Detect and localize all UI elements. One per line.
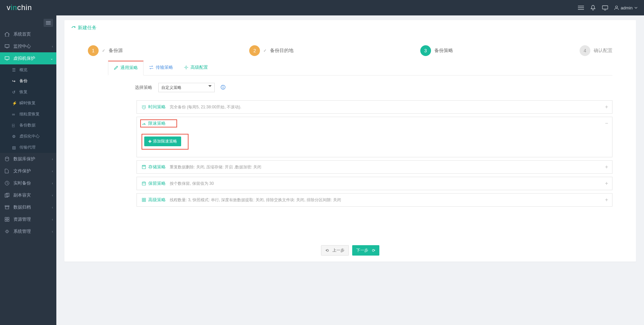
restore-icon: ↺ xyxy=(12,90,17,95)
user-menu[interactable]: admin xyxy=(614,5,637,10)
submenu-data[interactable]: ⌸备份数据 xyxy=(0,120,56,131)
menu-resource[interactable]: 资源管理‹ xyxy=(0,213,56,225)
menu-monitor[interactable]: 监控中心‹ xyxy=(0,40,56,52)
submenu-granular[interactable]: ∞细粒度恢复 xyxy=(0,109,56,120)
submenu-label: 瞬时恢复 xyxy=(19,100,36,106)
chevron-left-icon: ‹ xyxy=(52,194,53,197)
svg-rect-19 xyxy=(5,217,7,219)
step-1[interactable]: 1✓备份源 xyxy=(88,45,123,56)
tab-advanced[interactable]: 高级配置 xyxy=(178,61,213,75)
collapse-icon: − xyxy=(605,120,608,126)
acc-storage: 存储策略 重复数据删除: 关闭, 压缩存储: 开启 ,数据加密: 关闭 + xyxy=(137,160,612,174)
menu-label: 监控中心 xyxy=(13,43,31,49)
info-icon[interactable]: ⓘ xyxy=(221,85,225,91)
wizard-steps: 1✓备份源 2✓备份目的地 3备份策略 4确认配置 xyxy=(64,36,636,61)
submenu-vcenter[interactable]: ⚙虚拟化中心 xyxy=(0,131,56,142)
display-icon xyxy=(5,56,11,60)
tab-transfer[interactable]: 传输策略 xyxy=(144,61,178,75)
submenu-label: 传输代理 xyxy=(19,145,36,150)
add-speed-policy-button[interactable]: ✚添加限速策略 xyxy=(144,137,181,146)
step-label: 确认配置 xyxy=(594,48,612,54)
gear-icon xyxy=(5,229,11,234)
sidebar: 系统首页 监控中心‹ 虚拟机保护⌄ ☰概览 ↪备份 ↺恢复 ⚡瞬时恢复 ∞细粒度… xyxy=(0,15,56,325)
menu-vm-protect[interactable]: 虚拟机保护⌄ xyxy=(0,52,56,64)
submenu-restore[interactable]: ↺恢复 xyxy=(0,87,56,98)
svg-rect-21 xyxy=(5,220,7,221)
acc-title: 保留策略 xyxy=(142,180,166,186)
acc-time: 时间策略 完全备份 (每周5, 21:38:00开始, 不滚动). + xyxy=(137,100,612,114)
acc-title-text: 高级策略 xyxy=(148,197,166,203)
submenu-proxy[interactable]: ▤传输代理 xyxy=(0,142,56,153)
save-icon xyxy=(142,165,146,169)
select-row: 选择策略 自定义策略 ⓘ xyxy=(128,83,612,92)
step-num: 3 xyxy=(420,45,431,56)
calendar-icon xyxy=(142,181,146,186)
submenu-instant[interactable]: ⚡瞬时恢复 xyxy=(0,98,56,109)
policy-tabs: 通用策略 传输策略 高级配置 xyxy=(108,61,612,75)
acc-title-text: 时间策略 xyxy=(148,104,166,110)
acc-time-head[interactable]: 时间策略 完全备份 (每周5, 21:38:00开始, 不滚动). + xyxy=(137,101,612,113)
sidebar-toggle[interactable] xyxy=(44,19,53,27)
plus-icon: ✚ xyxy=(148,139,152,144)
step-num: 1 xyxy=(88,45,99,56)
edit-icon xyxy=(114,65,118,70)
header-right: admin xyxy=(578,5,637,11)
prev-button[interactable]: ⟲ 上一步 xyxy=(321,245,349,256)
menu-system[interactable]: 系统管理‹ xyxy=(0,225,56,237)
tab-general[interactable]: 通用策略 xyxy=(108,61,144,75)
chevron-down-icon xyxy=(208,85,212,87)
submenu-label: 虚拟化中心 xyxy=(19,133,40,139)
step-2[interactable]: 2✓备份目的地 xyxy=(249,45,293,56)
db-icon: ⌸ xyxy=(12,123,17,128)
menu-replica[interactable]: 副本容灾‹ xyxy=(0,189,56,201)
acc-storage-head[interactable]: 存储策略 重复数据删除: 关闭, 压缩存储: 开启 ,数据加密: 关闭 + xyxy=(137,161,612,173)
server-icon: ▤ xyxy=(12,145,17,150)
svg-rect-27 xyxy=(143,165,145,166)
main-menu: 系统首页 监控中心‹ 虚拟机保护⌄ xyxy=(0,28,56,64)
main-menu-2: 数据库保护‹ 文件保护‹ 实时备份‹ 副本容灾‹ 数据归档‹ 资源管理‹ 系统管… xyxy=(0,153,56,237)
acc-advanced-head[interactable]: 高级策略 线程数量: 3, 快照模式: 串行, 深度有效数据提取: 关闭, 排除… xyxy=(137,194,612,206)
step-4[interactable]: 4确认配置 xyxy=(580,45,612,56)
list-icon[interactable] xyxy=(578,5,584,11)
acc-desc: 线程数量: 3, 快照模式: 串行, 深度有效数据提取: 关闭, 排除交换文件块… xyxy=(170,197,341,203)
acc-desc: 完全备份 (每周5, 21:38:00开始, 不滚动). xyxy=(170,104,241,110)
top-header: vinchin admin xyxy=(0,0,644,15)
user-icon xyxy=(614,5,619,10)
svg-rect-28 xyxy=(142,182,146,185)
expand-icon: + xyxy=(605,104,608,110)
tab-label: 通用策略 xyxy=(120,65,138,71)
content: 新建任务 1✓备份源 2✓备份目的地 3备份策略 4确认配置 通用策略 传输策略… xyxy=(56,15,644,325)
link-icon: ∞ xyxy=(12,112,17,117)
acc-retain: 保留策略 按个数保留, 保留值为 30 + xyxy=(137,177,612,190)
menu-home[interactable]: 系统首页 xyxy=(0,28,56,40)
submenu-overview[interactable]: ☰概览 xyxy=(0,64,56,75)
user-name: admin xyxy=(621,5,633,10)
menu-realtime[interactable]: 实时备份‹ xyxy=(0,177,56,189)
tab-label: 高级配置 xyxy=(191,64,208,70)
panel-head: 新建任务 xyxy=(64,20,636,36)
logo-chin: chin xyxy=(17,3,32,12)
policy-select[interactable]: 自定义策略 xyxy=(158,83,215,92)
select-label: 选择策略 xyxy=(128,85,152,91)
acc-speed-head[interactable]: 限速策略 − xyxy=(137,117,612,130)
page-title-text: 新建任务 xyxy=(78,25,97,31)
svg-rect-20 xyxy=(7,217,9,219)
bell-icon[interactable] xyxy=(590,5,596,11)
menu-label: 虚拟机保护 xyxy=(13,55,35,61)
step-3[interactable]: 3备份策略 xyxy=(420,45,453,56)
menu-archive[interactable]: 数据归档‹ xyxy=(0,201,56,213)
chevron-left-icon: ‹ xyxy=(52,169,53,173)
next-button[interactable]: 下一步 ⟳ xyxy=(352,245,379,256)
check-icon: ✓ xyxy=(102,48,105,53)
svg-point-23 xyxy=(6,230,8,232)
chevron-left-icon: ‹ xyxy=(52,206,53,209)
chevron-down-icon: ⌄ xyxy=(50,57,53,60)
monitor-icon[interactable] xyxy=(602,5,608,11)
menu-file-protect[interactable]: 文件保护‹ xyxy=(0,165,56,177)
submenu-backup[interactable]: ↪备份 xyxy=(0,75,56,87)
acc-retain-head[interactable]: 保留策略 按个数保留, 保留值为 30 + xyxy=(137,177,612,190)
menu-db-protect[interactable]: 数据库保护‹ xyxy=(0,153,56,165)
button-label: 添加限速策略 xyxy=(153,139,177,144)
svg-point-13 xyxy=(5,157,9,158)
logo-in: in xyxy=(11,3,17,12)
